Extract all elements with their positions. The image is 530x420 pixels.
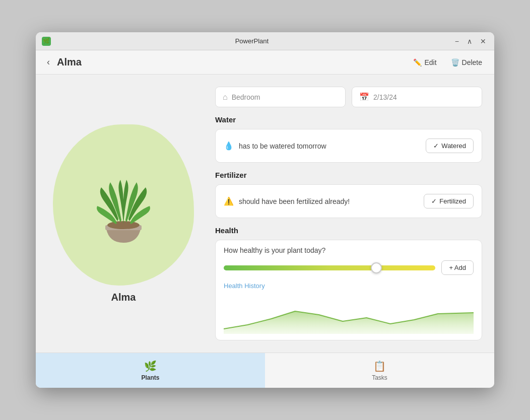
health-history-label: Health History: [224, 282, 474, 290]
health-slider-row: + Add: [224, 260, 474, 275]
watered-button[interactable]: ✓ Watered: [426, 138, 474, 153]
water-section-label: Water: [215, 115, 482, 124]
water-check-icon: ✓: [433, 142, 439, 150]
app-window: 🌿 PowerPlant − ∧ ✕ ‹ Alma ✏️ Edit 🗑️ Del…: [36, 32, 494, 388]
plants-nav-label: Plants: [141, 374, 159, 381]
header-actions: ✏️ Edit 🗑️ Delete: [409, 56, 486, 69]
header-bar: ‹ Alma ✏️ Edit 🗑️ Delete: [36, 50, 494, 75]
app-title: PowerPlant: [51, 37, 453, 45]
tasks-nav-icon: 📋: [373, 360, 386, 372]
bottom-nav: 🌿 Plants 📋 Tasks: [36, 353, 494, 388]
date-value: 2/13/24: [373, 93, 397, 101]
water-status-left: 💧 has to be watered tomorrow: [224, 141, 326, 151]
window-controls: − ∧ ✕: [453, 37, 488, 46]
water-status-text: has to be watered tomorrow: [239, 142, 326, 150]
fertilizer-card: ⚠️ should have been fertilized already! …: [215, 184, 482, 218]
slider-thumb: [371, 262, 382, 273]
fertilized-button[interactable]: ✓ Fertilized: [424, 194, 474, 208]
fertilizer-section-label: Fertilizer: [215, 171, 482, 179]
edit-button[interactable]: ✏️ Edit: [409, 56, 440, 69]
tasks-nav-label: Tasks: [372, 374, 387, 381]
title-bar: 🌿 PowerPlant − ∧ ✕: [36, 32, 494, 50]
health-chart: [224, 294, 474, 334]
fertilized-label: Fertilized: [439, 197, 466, 205]
plants-nav-icon: 🌿: [144, 360, 157, 372]
detail-section: ⌂ Bedroom 📅 2/13/24 Water 💧 has to be wa…: [215, 87, 482, 340]
fertilizer-status-row: ⚠️ should have been fertilized already! …: [224, 191, 474, 212]
water-section: Water 💧 has to be watered tomorrow ✓ Wat…: [215, 115, 482, 163]
plant-illustration: [83, 160, 164, 250]
page-title: Alma: [57, 56, 82, 68]
back-button[interactable]: ‹: [44, 55, 53, 69]
water-status-row: 💧 has to be watered tomorrow ✓ Watered: [224, 135, 474, 156]
health-section-label: Health: [215, 226, 482, 235]
header-left: ‹ Alma: [44, 55, 82, 69]
health-card: How healthy is your plant today? + Add H…: [215, 240, 482, 340]
nav-plants[interactable]: 🌿 Plants: [36, 353, 265, 388]
slider-track: [224, 265, 435, 270]
water-card: 💧 has to be watered tomorrow ✓ Watered: [215, 129, 482, 163]
minimize-button[interactable]: −: [453, 37, 461, 46]
water-icon: 💧: [224, 141, 234, 151]
edit-label: Edit: [424, 58, 436, 66]
location-value: Bedroom: [232, 93, 260, 101]
fertilizer-status-left: ⚠️ should have been fertilized already!: [224, 196, 350, 206]
fertilizer-status-text: should have been fertilized already!: [239, 197, 350, 205]
plant-blob: [53, 124, 194, 286]
close-button[interactable]: ✕: [478, 37, 488, 46]
app-icon: 🌿: [42, 37, 51, 46]
location-icon: ⌂: [223, 93, 228, 102]
plant-name-label: Alma: [111, 292, 136, 303]
fertilizer-section: Fertilizer ⚠️ should have been fertilize…: [215, 171, 482, 218]
maximize-button[interactable]: ∧: [465, 37, 474, 46]
delete-label: Delete: [462, 58, 482, 66]
fertilizer-check-icon: ✓: [431, 197, 437, 205]
delete-icon: 🗑️: [451, 58, 459, 66]
health-slider[interactable]: [224, 263, 435, 273]
nav-tasks[interactable]: 📋 Tasks: [265, 353, 494, 388]
main-content: Alma ⌂ Bedroom 📅 2/13/24 Water: [36, 75, 494, 353]
location-field: ⌂ Bedroom: [215, 87, 346, 107]
add-health-button[interactable]: + Add: [441, 260, 474, 275]
title-bar-left: 🌿: [42, 37, 51, 46]
app-icon-glyph: 🌿: [43, 38, 50, 44]
date-field: 📅 2/13/24: [352, 87, 482, 107]
health-question: How healthy is your plant today?: [224, 246, 474, 254]
plant-section: Alma: [48, 87, 199, 340]
fertilizer-icon: ⚠️: [224, 196, 234, 206]
delete-button[interactable]: 🗑️ Delete: [447, 56, 486, 69]
info-row: ⌂ Bedroom 📅 2/13/24: [215, 87, 482, 107]
health-section: Health How healthy is your plant today? …: [215, 226, 482, 340]
calendar-icon: 📅: [359, 92, 369, 102]
edit-icon: ✏️: [413, 58, 422, 66]
watered-label: Watered: [441, 142, 466, 150]
